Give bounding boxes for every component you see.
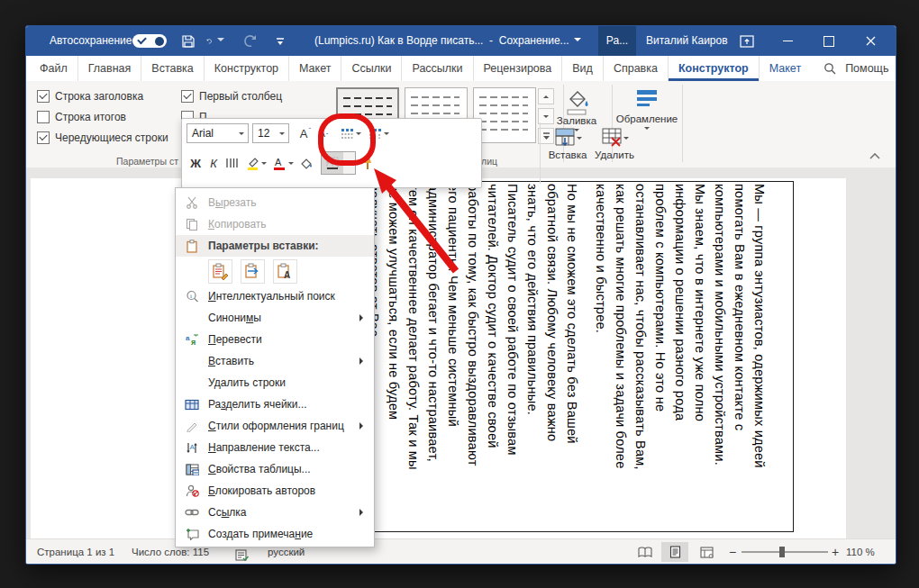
- menu-item-new-comment[interactable]: Создать примечание: [176, 523, 374, 545]
- highlight-button[interactable]: [243, 153, 261, 173]
- format-painter-button[interactable]: [359, 153, 377, 173]
- shading-small-button[interactable]: [297, 153, 315, 173]
- borders-split-button[interactable]: [321, 151, 356, 175]
- text-spacing-button[interactable]: [223, 153, 241, 173]
- checkbox-banded-rows[interactable]: Чередующиеся строки: [37, 131, 168, 144]
- menu-item-translate[interactable]: ая Перевести: [176, 329, 374, 350]
- ribbon-display-options-button[interactable]: [738, 32, 756, 50]
- tab-file[interactable]: Файл: [30, 56, 78, 81]
- borders-dropdown-arrow[interactable]: [343, 152, 355, 174]
- bold-button[interactable]: Ж: [187, 153, 205, 173]
- chevron-down-icon[interactable]: [288, 162, 294, 167]
- chevron-down-icon: [644, 127, 650, 132]
- doc-line: Мы знаем, что в интернете уже полно: [690, 184, 710, 529]
- tab-table-design-active[interactable]: Конструктор: [669, 56, 760, 81]
- read-mode-button[interactable]: [632, 542, 659, 562]
- tab-insert[interactable]: Вставка: [141, 56, 204, 81]
- doc-line: читателей. Доктор судит о качестве своей: [483, 184, 503, 529]
- chevron-down-icon[interactable]: [384, 132, 389, 138]
- split-cells-icon: [182, 399, 202, 411]
- checkbox-header-row[interactable]: Строка заголовка: [37, 90, 143, 103]
- borders-button-face[interactable]: [322, 152, 343, 174]
- menu-item-delete-rows[interactable]: Удалить строки: [176, 372, 374, 394]
- chevron-down-icon[interactable]: [356, 132, 361, 138]
- paste-options-row: A: [176, 257, 374, 285]
- tab-mailings[interactable]: Рассылки: [402, 56, 473, 81]
- undo-button[interactable]: [206, 32, 224, 50]
- tab-review[interactable]: Рецензирова: [474, 56, 563, 81]
- minimize-button[interactable]: [772, 26, 803, 56]
- maximize-button[interactable]: [814, 26, 844, 56]
- zoom-slider-thumb[interactable]: [779, 547, 785, 557]
- word-window: Автосохранение (Lumpics.ru) Как в Ворде …: [25, 25, 896, 565]
- block-authors-icon: [182, 484, 202, 497]
- checkbox-total-row[interactable]: Строка итогов: [37, 111, 126, 123]
- tab-home[interactable]: Главная: [78, 56, 142, 81]
- table-style-thumbnail[interactable]: [473, 87, 536, 143]
- menu-item-insert[interactable]: Вставить: [176, 350, 374, 372]
- checkbox-label: Чередующиеся строки: [55, 131, 168, 144]
- proofing-status-button[interactable]: [235, 546, 249, 558]
- distribute-columns-icon: [341, 128, 354, 140]
- tab-help[interactable]: Справка: [604, 56, 669, 81]
- distribute-rows-icon: [369, 128, 382, 140]
- zoom-out-button[interactable]: −: [729, 539, 736, 565]
- doc-line: Писатель судит о своей работе по отзывам: [503, 184, 523, 529]
- close-button[interactable]: [855, 26, 886, 56]
- zoom-slider-track[interactable]: [742, 551, 828, 553]
- help-search-label[interactable]: Помощь: [842, 56, 896, 81]
- menu-item-link[interactable]: Ссылка: [176, 502, 374, 523]
- autosave-label: Автосохранение: [50, 26, 132, 56]
- tab-table-layout[interactable]: Макет: [760, 56, 811, 81]
- tab-layout[interactable]: Макет: [289, 56, 341, 81]
- paste-merge-formatting-icon: [244, 263, 261, 280]
- undo-icon: [206, 34, 213, 49]
- font-color-icon: А: [273, 157, 286, 170]
- zoom-level[interactable]: 110 %: [846, 539, 875, 565]
- user-name: Виталий Каиров: [646, 26, 728, 56]
- redo-button[interactable]: [241, 32, 259, 50]
- shrink-font-button[interactable]: Aˇ: [314, 123, 332, 143]
- zoom-in-button[interactable]: +: [832, 539, 839, 565]
- tab-references[interactable]: Ссылки: [341, 56, 402, 81]
- collapse-ribbon-button[interactable]: [869, 149, 880, 162]
- tab-design[interactable]: Конструктор: [205, 56, 289, 81]
- svg-text:i: i: [190, 293, 192, 300]
- menu-item-block-authors[interactable]: Блокировать авторов: [176, 480, 374, 502]
- font-name-combo[interactable]: Arial: [187, 123, 249, 143]
- checkbox-label: Строка заголовка: [55, 90, 143, 103]
- paste-keep-formatting-icon: [212, 263, 229, 280]
- chevron-down-icon: [347, 162, 352, 167]
- print-layout-button[interactable]: [661, 542, 688, 562]
- save-button[interactable]: [179, 32, 197, 50]
- paste-text-only-button[interactable]: A: [273, 259, 297, 284]
- font-color-button[interactable]: А: [270, 153, 288, 173]
- search-button[interactable]: [811, 56, 842, 81]
- web-layout-button[interactable]: [693, 542, 720, 562]
- menu-item-table-properties[interactable]: Свойства таблицы...: [176, 458, 374, 480]
- distribute-rows-button[interactable]: [366, 123, 384, 143]
- menu-item-split-cells[interactable]: Разделить ячейки...: [176, 394, 374, 415]
- chevron-down-icon[interactable]: [261, 162, 267, 167]
- menu-item-text-direction[interactable]: A Направление текста...: [176, 437, 374, 458]
- italic-button[interactable]: К: [205, 153, 223, 173]
- undo-caret-icon: [217, 38, 224, 45]
- tab-view[interactable]: Вид: [562, 56, 604, 81]
- user-initials-badge[interactable]: Ра...: [598, 26, 636, 56]
- menu-item-synonyms[interactable]: Синонимы: [176, 307, 374, 329]
- autosave-toggle[interactable]: [132, 34, 167, 48]
- proofing-book-icon: [235, 549, 249, 562]
- paste-keep-formatting-button[interactable]: [208, 259, 232, 284]
- grow-font-button[interactable]: Aˆ: [296, 123, 314, 143]
- checkbox-first-column[interactable]: Первый столбец: [181, 90, 282, 103]
- insert-rows-button[interactable]: Вставка: [546, 126, 589, 160]
- menu-item-smart-lookup[interactable]: i Интеллектуальный поиск: [176, 285, 374, 307]
- page-indicator[interactable]: Страница 1 из 1: [37, 539, 114, 565]
- delete-button[interactable]: Удалить: [593, 126, 636, 160]
- menu-item-border-styles[interactable]: Стили оформления границ: [176, 415, 374, 437]
- link-icon: [182, 508, 202, 517]
- font-size-combo[interactable]: 12: [252, 123, 289, 143]
- distribute-columns-button[interactable]: [338, 123, 356, 143]
- customize-quick-access-button[interactable]: [271, 32, 289, 50]
- paste-merge-formatting-button[interactable]: [241, 259, 265, 284]
